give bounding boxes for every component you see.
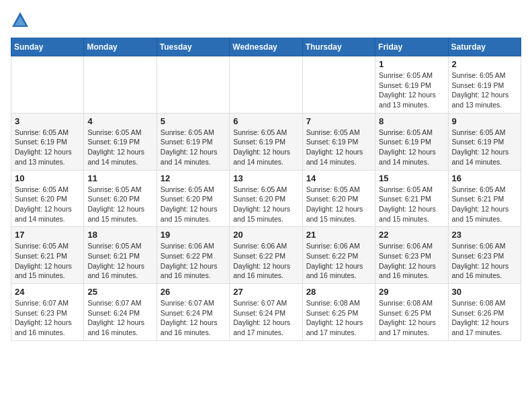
cell-info-text: Sunrise: 6:05 AM Sunset: 6:20 PM Dayligh… — [306, 185, 371, 224]
calendar-cell: 24Sunrise: 6:07 AM Sunset: 6:23 PM Dayli… — [11, 284, 84, 341]
weekday-header-tuesday: Tuesday — [157, 38, 229, 56]
cell-info-text: Sunrise: 6:07 AM Sunset: 6:24 PM Dayligh… — [233, 298, 298, 338]
calendar-cell: 22Sunrise: 6:06 AM Sunset: 6:23 PM Dayli… — [375, 227, 448, 284]
cell-info-text: Sunrise: 6:05 AM Sunset: 6:21 PM Dayligh… — [15, 241, 80, 281]
logo — [11, 11, 32, 30]
calendar-cell: 13Sunrise: 6:05 AM Sunset: 6:20 PM Dayli… — [230, 170, 302, 227]
cell-date-number: 19 — [161, 230, 226, 240]
cell-date-number: 17 — [15, 230, 80, 240]
cell-date-number: 28 — [306, 287, 371, 297]
weekday-header-wednesday: Wednesday — [230, 38, 302, 56]
calendar-cell: 30Sunrise: 6:08 AM Sunset: 6:26 PM Dayli… — [448, 284, 521, 341]
cell-date-number: 5 — [161, 116, 226, 126]
cell-info-text: Sunrise: 6:05 AM Sunset: 6:19 PM Dayligh… — [161, 128, 226, 167]
calendar-week-4: 17Sunrise: 6:05 AM Sunset: 6:21 PM Dayli… — [11, 227, 521, 284]
calendar-header: SundayMondayTuesdayWednesdayThursdayFrid… — [11, 38, 521, 56]
calendar-cell: 26Sunrise: 6:07 AM Sunset: 6:24 PM Dayli… — [157, 284, 229, 341]
calendar-cell: 27Sunrise: 6:07 AM Sunset: 6:24 PM Dayli… — [230, 284, 302, 341]
calendar-week-5: 24Sunrise: 6:07 AM Sunset: 6:23 PM Dayli… — [11, 284, 521, 341]
cell-date-number: 2 — [452, 59, 517, 69]
calendar-cell: 19Sunrise: 6:06 AM Sunset: 6:22 PM Dayli… — [157, 227, 229, 284]
logo-icon — [11, 11, 30, 30]
cell-info-text: Sunrise: 6:05 AM Sunset: 6:19 PM Dayligh… — [452, 128, 517, 167]
weekday-header-monday: Monday — [84, 38, 157, 56]
calendar-cell: 14Sunrise: 6:05 AM Sunset: 6:20 PM Dayli… — [302, 170, 375, 227]
cell-info-text: Sunrise: 6:05 AM Sunset: 6:20 PM Dayligh… — [161, 185, 226, 224]
calendar-cell: 5Sunrise: 6:05 AM Sunset: 6:19 PM Daylig… — [157, 113, 229, 170]
cell-info-text: Sunrise: 6:05 AM Sunset: 6:20 PM Dayligh… — [233, 185, 298, 224]
calendar-cell: 17Sunrise: 6:05 AM Sunset: 6:21 PM Dayli… — [11, 227, 84, 284]
calendar-cell: 10Sunrise: 6:05 AM Sunset: 6:20 PM Dayli… — [11, 170, 84, 227]
calendar-cell: 11Sunrise: 6:05 AM Sunset: 6:20 PM Dayli… — [84, 170, 157, 227]
cell-info-text: Sunrise: 6:06 AM Sunset: 6:23 PM Dayligh… — [379, 241, 444, 281]
cell-date-number: 21 — [306, 230, 371, 240]
cell-info-text: Sunrise: 6:06 AM Sunset: 6:22 PM Dayligh… — [161, 241, 226, 281]
cell-date-number: 26 — [161, 287, 226, 297]
cell-date-number: 24 — [15, 287, 80, 297]
cell-date-number: 30 — [452, 287, 517, 297]
calendar-cell — [157, 56, 229, 113]
cell-date-number: 23 — [452, 230, 517, 240]
cell-info-text: Sunrise: 6:07 AM Sunset: 6:23 PM Dayligh… — [15, 298, 80, 338]
page-header — [11, 11, 521, 30]
cell-date-number: 9 — [452, 116, 517, 126]
cell-date-number: 12 — [161, 173, 226, 183]
cell-info-text: Sunrise: 6:06 AM Sunset: 6:23 PM Dayligh… — [452, 241, 517, 281]
cell-date-number: 14 — [306, 173, 371, 183]
cell-date-number: 29 — [379, 287, 444, 297]
calendar-cell: 16Sunrise: 6:05 AM Sunset: 6:21 PM Dayli… — [448, 170, 521, 227]
cell-date-number: 20 — [233, 230, 298, 240]
cell-date-number: 25 — [87, 287, 152, 297]
calendar-cell: 23Sunrise: 6:06 AM Sunset: 6:23 PM Dayli… — [448, 227, 521, 284]
calendar-week-1: 1Sunrise: 6:05 AM Sunset: 6:19 PM Daylig… — [11, 56, 521, 113]
cell-date-number: 10 — [15, 173, 80, 183]
cell-info-text: Sunrise: 6:05 AM Sunset: 6:21 PM Dayligh… — [87, 241, 152, 281]
cell-info-text: Sunrise: 6:07 AM Sunset: 6:24 PM Dayligh… — [161, 298, 226, 338]
cell-info-text: Sunrise: 6:05 AM Sunset: 6:20 PM Dayligh… — [87, 185, 152, 224]
weekday-header-friday: Friday — [375, 38, 448, 56]
cell-date-number: 4 — [87, 116, 152, 126]
calendar-cell — [11, 56, 84, 113]
calendar-cell: 29Sunrise: 6:08 AM Sunset: 6:25 PM Dayli… — [375, 284, 448, 341]
cell-date-number: 22 — [379, 230, 444, 240]
cell-info-text: Sunrise: 6:05 AM Sunset: 6:21 PM Dayligh… — [452, 185, 517, 224]
calendar-week-3: 10Sunrise: 6:05 AM Sunset: 6:20 PM Dayli… — [11, 170, 521, 227]
cell-info-text: Sunrise: 6:05 AM Sunset: 6:19 PM Dayligh… — [15, 128, 80, 167]
calendar-cell: 4Sunrise: 6:05 AM Sunset: 6:19 PM Daylig… — [84, 113, 157, 170]
cell-date-number: 11 — [87, 173, 152, 183]
calendar-cell: 6Sunrise: 6:05 AM Sunset: 6:19 PM Daylig… — [230, 113, 302, 170]
cell-info-text: Sunrise: 6:08 AM Sunset: 6:26 PM Dayligh… — [452, 298, 517, 338]
calendar-cell: 28Sunrise: 6:08 AM Sunset: 6:25 PM Dayli… — [302, 284, 375, 341]
calendar-table: SundayMondayTuesdayWednesdayThursdayFrid… — [11, 38, 521, 341]
cell-info-text: Sunrise: 6:08 AM Sunset: 6:25 PM Dayligh… — [379, 298, 444, 338]
cell-info-text: Sunrise: 6:05 AM Sunset: 6:20 PM Dayligh… — [15, 185, 80, 224]
cell-date-number: 1 — [379, 59, 444, 69]
cell-date-number: 8 — [379, 116, 444, 126]
calendar-cell — [84, 56, 157, 113]
calendar-cell: 12Sunrise: 6:05 AM Sunset: 6:20 PM Dayli… — [157, 170, 229, 227]
cell-info-text: Sunrise: 6:05 AM Sunset: 6:19 PM Dayligh… — [87, 128, 152, 167]
cell-date-number: 27 — [233, 287, 298, 297]
cell-date-number: 16 — [452, 173, 517, 183]
calendar-cell: 8Sunrise: 6:05 AM Sunset: 6:19 PM Daylig… — [375, 113, 448, 170]
cell-info-text: Sunrise: 6:06 AM Sunset: 6:22 PM Dayligh… — [233, 241, 298, 281]
calendar-cell: 9Sunrise: 6:05 AM Sunset: 6:19 PM Daylig… — [448, 113, 521, 170]
cell-date-number: 7 — [306, 116, 371, 126]
cell-info-text: Sunrise: 6:07 AM Sunset: 6:24 PM Dayligh… — [87, 298, 152, 338]
cell-info-text: Sunrise: 6:08 AM Sunset: 6:25 PM Dayligh… — [306, 298, 371, 338]
calendar-cell: 7Sunrise: 6:05 AM Sunset: 6:19 PM Daylig… — [302, 113, 375, 170]
weekday-header-thursday: Thursday — [302, 38, 375, 56]
weekday-header-sunday: Sunday — [11, 38, 84, 56]
weekday-header-saturday: Saturday — [448, 38, 521, 56]
calendar-cell: 2Sunrise: 6:05 AM Sunset: 6:19 PM Daylig… — [448, 56, 521, 113]
cell-info-text: Sunrise: 6:05 AM Sunset: 6:21 PM Dayligh… — [379, 185, 444, 224]
cell-info-text: Sunrise: 6:05 AM Sunset: 6:19 PM Dayligh… — [233, 128, 298, 167]
calendar-cell: 25Sunrise: 6:07 AM Sunset: 6:24 PM Dayli… — [84, 284, 157, 341]
calendar-week-2: 3Sunrise: 6:05 AM Sunset: 6:19 PM Daylig… — [11, 113, 521, 170]
cell-info-text: Sunrise: 6:05 AM Sunset: 6:19 PM Dayligh… — [452, 71, 517, 110]
cell-info-text: Sunrise: 6:05 AM Sunset: 6:19 PM Dayligh… — [306, 128, 371, 167]
calendar-cell: 18Sunrise: 6:05 AM Sunset: 6:21 PM Dayli… — [84, 227, 157, 284]
calendar-cell: 3Sunrise: 6:05 AM Sunset: 6:19 PM Daylig… — [11, 113, 84, 170]
cell-date-number: 3 — [15, 116, 80, 126]
cell-date-number: 15 — [379, 173, 444, 183]
